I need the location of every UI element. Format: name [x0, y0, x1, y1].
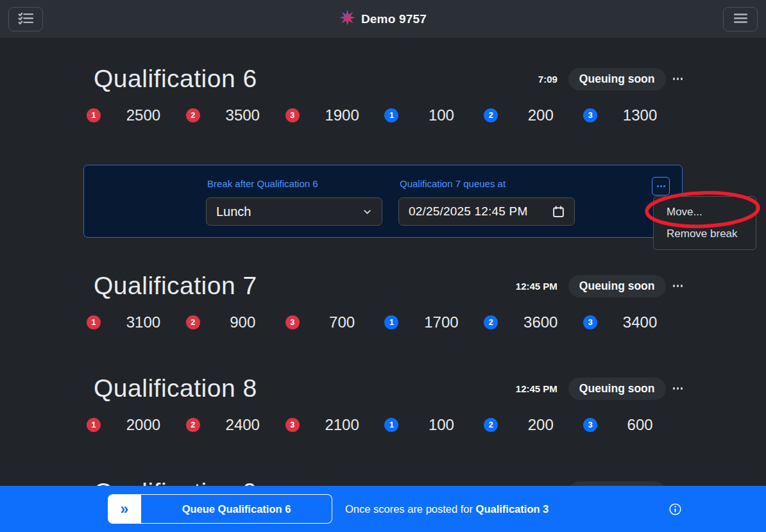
status-badge: Queuing soon [568, 275, 666, 297]
team-slot: 11700 [384, 313, 484, 332]
match-section: Qualification 8 12:45 PM Queuing soon 12… [83, 372, 683, 435]
match-time: 12:45 PM [516, 281, 557, 292]
match-meta: 12:45 PM Queuing soon [516, 275, 683, 297]
double-chevron-right-icon: » [121, 501, 129, 518]
break-panel: Break after Qualification 6 Lunch Qualif… [83, 165, 683, 238]
red-station-badge: 3 [285, 108, 300, 122]
break-type-value: Lunch [216, 204, 251, 219]
starburst-icon [339, 10, 355, 28]
team-number: 200 [498, 106, 583, 124]
match-title: Qualification 6 [94, 65, 257, 93]
queue-time-label: Qualification 7 queues at [400, 178, 575, 189]
blue-station-badge: 2 [484, 108, 498, 122]
queue-condition-note: Once scores are posted for Qualification… [345, 503, 549, 515]
break-options-menu: Move... Remove break [653, 196, 756, 250]
match-header: Qualification 8 12:45 PM Queuing soon [83, 372, 683, 405]
team-number: 200 [498, 416, 583, 434]
blue-station-badge: 1 [384, 108, 398, 122]
team-number: 2500 [101, 106, 186, 124]
match-options-ellipsis-icon[interactable] [673, 285, 683, 287]
team-slot: 3700 [285, 313, 385, 332]
team-number: 1700 [398, 313, 484, 331]
team-row: 13100 2900 3700 11700 23600 33400 [87, 313, 683, 332]
red-station-badge: 1 [87, 315, 101, 329]
bottom-action-bar: » Queue Qualification 6 Once scores are … [0, 486, 766, 532]
team-number: 3500 [200, 106, 285, 124]
team-number: 2000 [101, 416, 186, 434]
team-slot: 2200 [484, 106, 583, 125]
match-options-ellipsis-icon[interactable] [673, 387, 683, 390]
main-menu-button[interactable] [723, 7, 758, 31]
team-number: 1900 [300, 106, 385, 124]
team-row: 12500 23500 31900 1100 2200 31300 [87, 106, 683, 125]
team-slot: 23500 [186, 106, 285, 125]
team-number: 600 [597, 416, 683, 434]
blue-station-badge: 3 [583, 315, 597, 329]
team-slot: 31300 [583, 106, 683, 125]
blue-station-badge: 1 [384, 418, 398, 432]
red-station-badge: 3 [285, 315, 300, 329]
red-station-badge: 1 [87, 418, 101, 432]
team-number: 1300 [597, 106, 683, 124]
match-time: 12:45 PM [516, 383, 557, 394]
red-station-badge: 2 [186, 315, 200, 329]
break-type-label: Break after Qualification 6 [207, 178, 382, 189]
team-slot: 23600 [484, 313, 583, 332]
queue-datetime-input[interactable]: 02/25/2025 12:45 PM [398, 197, 575, 226]
team-number: 2400 [200, 416, 285, 434]
top-bar: Demo 9757 [0, 0, 766, 38]
match-schedule: Qualification 6 7:09 Queuing soon 12500 … [0, 62, 766, 509]
team-number: 100 [398, 416, 484, 434]
team-slot: 12500 [87, 106, 186, 125]
match-section: Qualification 6 7:09 Queuing soon 12500 … [83, 62, 683, 125]
break-options-ellipsis-button[interactable] [652, 177, 670, 195]
team-slot: 12000 [87, 415, 186, 435]
status-badge: Queuing soon [568, 68, 666, 90]
match-title: Qualification 7 [94, 272, 257, 300]
red-station-badge: 2 [186, 418, 200, 432]
team-slot: 1100 [384, 106, 484, 125]
team-number: 3400 [597, 313, 683, 331]
blue-station-badge: 2 [484, 315, 498, 329]
calendar-icon[interactable] [552, 206, 565, 218]
match-header: Qualification 7 12:45 PM Queuing soon [83, 269, 683, 303]
team-row: 12000 22400 32100 1100 2200 3600 [87, 415, 683, 435]
hamburger-menu-icon [732, 10, 749, 29]
match-options-ellipsis-icon[interactable] [673, 78, 683, 80]
team-slot: 2900 [186, 313, 285, 332]
app-brand: Demo 9757 [0, 0, 766, 38]
queue-qualification-button[interactable]: Queue Qualification 6 [141, 494, 332, 524]
team-slot: 13100 [87, 313, 186, 332]
chevron-down-icon [362, 207, 372, 217]
queue-datetime-value: 02/25/2025 12:45 PM [409, 204, 528, 219]
red-station-badge: 2 [186, 108, 200, 122]
note-text: Once scores are posted for [345, 503, 476, 515]
blue-station-badge: 3 [583, 418, 597, 432]
blue-station-badge: 2 [484, 418, 498, 432]
info-circle-icon[interactable] [669, 503, 681, 515]
break-type-select[interactable]: Lunch [206, 197, 382, 226]
team-number: 3600 [498, 313, 583, 331]
team-slot: 2200 [484, 415, 583, 435]
team-number: 900 [200, 313, 285, 331]
match-time: 7:09 [538, 74, 557, 85]
match-meta: 12:45 PM Queuing soon [516, 378, 683, 400]
team-number: 2100 [300, 416, 385, 434]
match-section: Qualification 7 12:45 PM Queuing soon 13… [83, 269, 683, 332]
red-station-badge: 3 [285, 418, 300, 432]
team-number: 100 [398, 106, 484, 124]
team-slot: 22400 [186, 415, 285, 435]
menu-item-move[interactable]: Move... [654, 201, 756, 223]
queue-compound-button: » Queue Qualification 6 [108, 494, 332, 524]
team-number: 3100 [101, 313, 186, 331]
team-slot: 31900 [285, 106, 385, 125]
team-number: 700 [300, 313, 385, 331]
team-slot: 3600 [583, 415, 683, 435]
match-header: Qualification 6 7:09 Queuing soon [83, 62, 683, 96]
team-slot: 32100 [285, 415, 385, 435]
menu-item-remove-break[interactable]: Remove break [654, 223, 756, 245]
match-list-button[interactable] [8, 7, 43, 31]
match-meta: 7:09 Queuing soon [538, 68, 683, 90]
skip-forward-button[interactable]: » [108, 494, 141, 524]
status-badge: Queuing soon [568, 378, 666, 400]
